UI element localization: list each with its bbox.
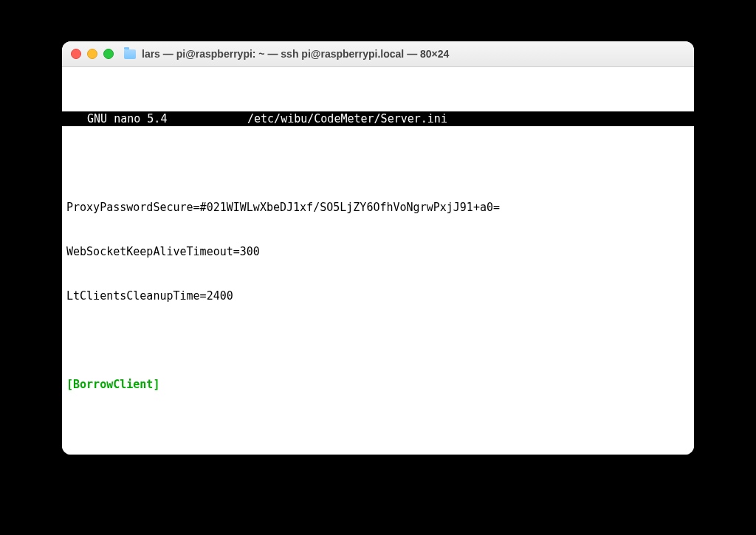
folder-icon xyxy=(124,49,136,59)
nano-titlebar: GNU nano 5.4 /etc/wibu/CodeMeter/Server.… xyxy=(62,111,694,126)
config-line: WebSocketKeepAliveTimeout=300 xyxy=(66,244,690,259)
close-icon[interactable] xyxy=(71,49,81,59)
titlebar: lars — pi@raspberrypi: ~ — ssh pi@raspbe… xyxy=(62,41,694,67)
zoom-icon[interactable] xyxy=(103,49,114,59)
blank-line xyxy=(66,421,690,436)
terminal-body[interactable]: GNU nano 5.4 /etc/wibu/CodeMeter/Server.… xyxy=(62,67,694,455)
window-title: lars — pi@raspberrypi: ~ — ssh pi@raspbe… xyxy=(142,48,685,60)
blank-line xyxy=(66,333,690,348)
minimize-icon[interactable] xyxy=(87,49,97,59)
section-header: [BorrowClient] xyxy=(66,377,690,392)
config-line: LtClientsCleanupTime=2400 xyxy=(66,289,690,303)
terminal-window: lars — pi@raspberrypi: ~ — ssh pi@raspbe… xyxy=(62,41,694,455)
config-line: ProxyPasswordSecure=#021WIWLwXbeDJ1xf/SO… xyxy=(66,200,690,215)
nano-app-name: GNU nano 5.4 xyxy=(66,111,247,126)
window-controls xyxy=(71,49,114,59)
editor-content[interactable]: ProxyPasswordSecure=#021WIWLwXbeDJ1xf/SO… xyxy=(62,170,694,455)
nano-file-path: /etc/wibu/CodeMeter/Server.ini xyxy=(247,111,690,126)
